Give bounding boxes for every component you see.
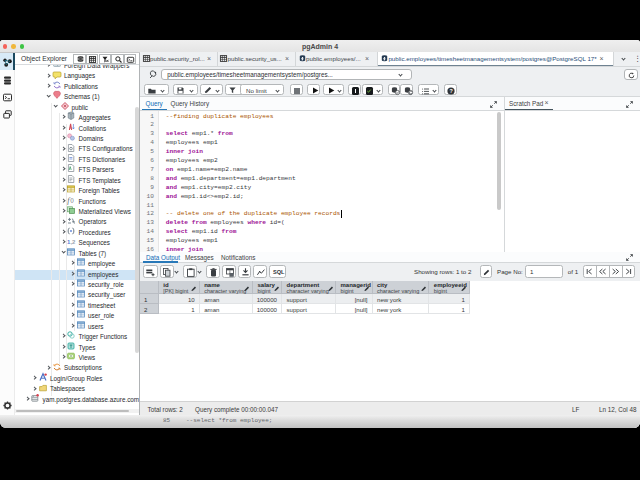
svg-text:,2: ,2 xyxy=(70,239,76,245)
svg-text:?: ? xyxy=(450,88,453,94)
svg-text:(): () xyxy=(70,197,74,203)
